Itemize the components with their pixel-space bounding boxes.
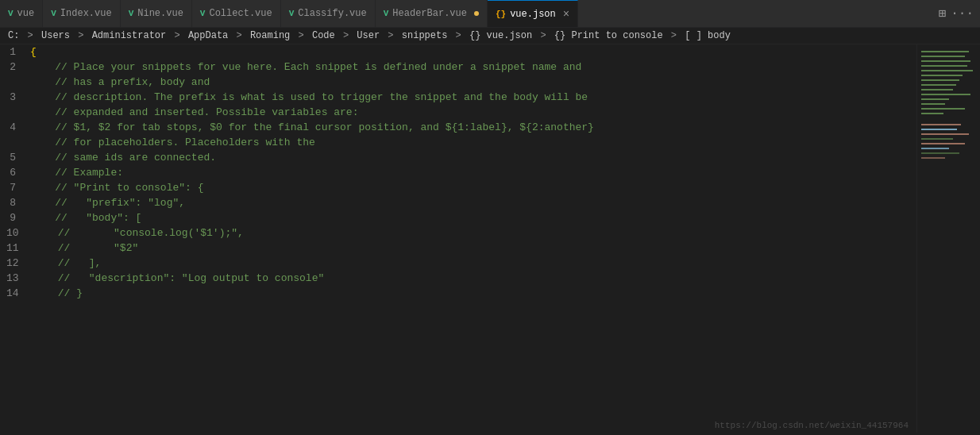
line-number: 11 [6, 241, 33, 256]
code-line: 12 // ], [6, 256, 916, 271]
code-text: // "description": "Log output to console… [33, 271, 916, 286]
vue-icon: V [51, 9, 56, 18]
svg-rect-16 [921, 129, 957, 130]
breadcrumb-part[interactable]: [ ] body [685, 30, 731, 41]
line-number: 2 [6, 60, 30, 90]
tab-index-vue[interactable]: VIndex.vue [43, 0, 120, 27]
line-number: 9 [6, 210, 30, 225]
more-tabs-button[interactable]: ··· [951, 6, 974, 21]
svg-rect-9 [921, 89, 953, 90]
tab-bar: VvueVIndex.vueVNine.vueVCollect.vueVClas… [0, 0, 980, 28]
breadcrumb-separator: > [230, 30, 248, 41]
tab-vue-json[interactable]: {}vue.json× [488, 0, 578, 27]
svg-rect-8 [921, 84, 956, 86]
tab-label: Classify.vue [298, 8, 366, 19]
line-number: 12 [6, 256, 33, 271]
breadcrumb-part[interactable]: snippets [402, 30, 448, 41]
vue-icon: V [129, 9, 134, 18]
line-number: 1 [6, 44, 30, 60]
line-number: 10 [6, 225, 33, 241]
tab-vue-unnamed[interactable]: Vvue [0, 0, 43, 27]
breadcrumb-separator: > [292, 30, 310, 41]
code-text: // "prefix": "log", [30, 195, 916, 210]
code-line: 1{ [6, 44, 916, 60]
code-text: // "$2" [33, 241, 916, 256]
svg-rect-2 [921, 56, 965, 57]
tab-label: vue [17, 8, 35, 19]
vue-icon: V [200, 9, 206, 18]
breadcrumb-separator: > [72, 30, 90, 41]
tab-actions: ⊞··· [932, 0, 980, 27]
line-number: 5 [6, 150, 30, 165]
breadcrumb-part[interactable]: C: [8, 30, 19, 41]
code-line: 2 // Place your snippets for vue here. E… [6, 60, 916, 90]
split-editor-button[interactable]: ⊞ [939, 6, 947, 21]
breadcrumb-part[interactable]: Roaming [250, 30, 290, 41]
code-line: 3 // description. The prefix is what is … [6, 90, 916, 120]
svg-rect-21 [921, 152, 959, 154]
svg-rect-13 [921, 108, 965, 110]
svg-rect-4 [921, 65, 967, 67]
code-text: { [30, 44, 916, 60]
json-icon: {} [496, 10, 506, 19]
svg-rect-3 [921, 60, 970, 62]
editor-container: 1{2 // Place your snippets for vue here.… [0, 44, 980, 433]
breadcrumb-separator: > [21, 30, 39, 41]
vue-icon: V [384, 9, 389, 18]
code-text: // description. The prefix is what is us… [30, 90, 916, 120]
svg-rect-14 [921, 113, 943, 114]
tab-headerbar-vue[interactable]: VHeaderBar.vue [376, 0, 488, 27]
svg-rect-0 [917, 44, 980, 425]
breadcrumb-part[interactable]: Code [312, 30, 335, 41]
code-line: 7 // "Print to console": { [6, 180, 916, 195]
svg-rect-12 [921, 103, 945, 105]
watermark-text: https://blog.csdn.net/weixin_44157964 [715, 421, 909, 430]
code-line: 5 // same ids are connected. [6, 150, 916, 165]
vue-icon: V [8, 9, 14, 18]
line-number: 4 [6, 120, 30, 150]
code-text: // ], [33, 256, 916, 271]
breadcrumb: C: > Users > Administrator > AppData > R… [0, 28, 980, 44]
breadcrumb-part[interactable]: Administrator [92, 30, 167, 41]
tab-close-button[interactable]: × [563, 8, 569, 21]
line-number: 14 [6, 286, 33, 301]
breadcrumb-separator: > [382, 30, 399, 41]
breadcrumb-part[interactable]: User [357, 30, 380, 41]
tab-collect-vue[interactable]: VCollect.vue [192, 0, 281, 27]
svg-rect-18 [921, 138, 953, 140]
tab-label: vue.json [510, 9, 556, 20]
breadcrumb-part[interactable]: {} vue.json [469, 30, 532, 41]
tab-label: Index.vue [60, 8, 112, 19]
breadcrumb-part[interactable]: AppData [188, 30, 228, 41]
code-line: 9 // "body": [ [6, 210, 916, 225]
svg-rect-5 [921, 70, 973, 71]
svg-rect-22 [921, 157, 945, 159]
minimap [916, 44, 980, 433]
code-text: // same ids are connected. [30, 150, 916, 165]
tab-label: Collect.vue [209, 8, 272, 19]
code-text: // "Print to console": { [30, 180, 916, 195]
code-line: 13 // "description": "Log output to cons… [6, 271, 916, 286]
breadcrumb-part[interactable]: Users [41, 30, 70, 41]
line-number: 13 [6, 271, 33, 286]
svg-rect-15 [921, 124, 961, 125]
line-number: 3 [6, 90, 30, 120]
breadcrumb-separator: > [449, 30, 467, 41]
code-line: 10 // "console.log('$1');", [6, 225, 916, 241]
svg-rect-19 [921, 143, 965, 144]
breadcrumb-part[interactable]: {} Print to console [554, 30, 663, 41]
code-editor[interactable]: 1{2 // Place your snippets for vue here.… [0, 44, 916, 433]
code-text: // Example: [30, 165, 916, 180]
tab-nine-vue[interactable]: VNine.vue [121, 0, 192, 27]
svg-rect-1 [921, 51, 969, 52]
tab-classify-vue[interactable]: VClassify.vue [281, 0, 376, 27]
svg-rect-11 [921, 98, 949, 100]
tab-label: HeaderBar.vue [392, 8, 467, 19]
code-line: 4 // $1, $2 for tab stops, $0 for the fi… [6, 120, 916, 150]
line-number: 8 [6, 195, 30, 210]
code-text: // $1, $2 for tab stops, $0 for the fina… [30, 120, 916, 150]
breadcrumb-separator: > [534, 30, 552, 41]
breadcrumb-separator: > [338, 30, 355, 41]
breadcrumb-separator: > [168, 30, 186, 41]
vue-icon: V [289, 9, 295, 18]
